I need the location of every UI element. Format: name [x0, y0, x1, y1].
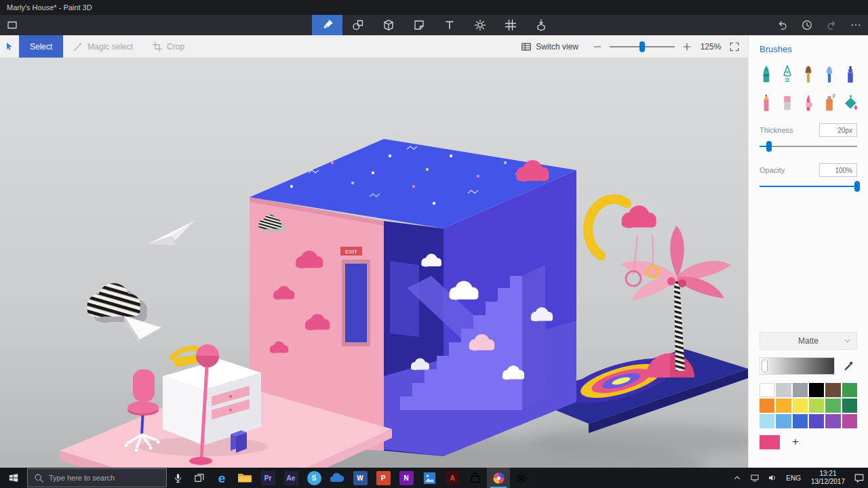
palette-swatch-7[interactable]: [776, 399, 791, 413]
current-color-swatch[interactable]: [760, 435, 780, 449]
thickness-input[interactable]: 20px: [819, 123, 857, 137]
language-indicator[interactable]: ENG: [781, 474, 806, 482]
taskbar-app-acrobat[interactable]: A: [441, 468, 464, 488]
taskbar-app-onenote[interactable]: N: [395, 468, 418, 488]
brush-pencil[interactable]: [757, 88, 776, 113]
fullscreen-button[interactable]: [725, 35, 744, 58]
palette-swatch-5[interactable]: [842, 383, 857, 397]
zoom-slider[interactable]: [610, 41, 675, 53]
magic-select-button[interactable]: Magic select: [63, 35, 142, 58]
tray-chevron-button[interactable]: [728, 468, 746, 488]
tool-text[interactable]: [434, 15, 465, 35]
taskbar-app-file-explorer[interactable]: [233, 468, 256, 488]
tool-stickers[interactable]: [403, 15, 434, 35]
thickness-label: Thickness: [760, 126, 793, 134]
taskbar-app-word[interactable]: W: [349, 468, 372, 488]
finish-dropdown[interactable]: Matte: [760, 332, 857, 350]
magic-select-label: Magic select: [87, 42, 133, 52]
crop-icon: [152, 41, 163, 52]
opacity-label: Opacity: [760, 166, 785, 174]
palette-swatch-15[interactable]: [809, 414, 824, 428]
select-cursor-icon: [0, 41, 19, 52]
tool-shapes-3d[interactable]: [373, 15, 403, 35]
select-button[interactable]: Select: [19, 35, 63, 58]
palette-swatch-17[interactable]: [842, 414, 857, 428]
brush-eraser[interactable]: [778, 88, 797, 113]
crop-button[interactable]: Crop: [142, 35, 194, 58]
palette-swatch-13[interactable]: [776, 414, 791, 428]
switch-view-button[interactable]: Switch view: [511, 35, 588, 58]
canvas-column: Select Magic select Crop Switch view: [0, 35, 748, 468]
palette-swatch-8[interactable]: [793, 399, 808, 413]
eyedropper-button[interactable]: [840, 357, 857, 375]
clock[interactable]: 13:21 13/12/2017: [806, 470, 850, 487]
tool-library[interactable]: [526, 15, 556, 35]
brush-fill[interactable]: [841, 88, 860, 113]
canvas[interactable]: EXIT: [0, 58, 748, 468]
undo-button[interactable]: [770, 15, 795, 35]
history-button[interactable]: [795, 15, 819, 35]
titlebar: Marly's House* - Paint 3D: [0, 0, 868, 15]
cortana-mic-button[interactable]: [167, 468, 189, 488]
taskbar-app-onedrive[interactable]: [326, 468, 349, 488]
opacity-slider[interactable]: [760, 180, 857, 192]
opacity-slider-thumb[interactable]: [854, 181, 860, 192]
thickness-slider[interactable]: [760, 140, 857, 152]
taskbar-app-skype[interactable]: S: [302, 468, 326, 488]
taskbar-app-powerpoint[interactable]: P: [372, 468, 395, 488]
network-icon[interactable]: [746, 468, 764, 488]
action-center-button[interactable]: [850, 468, 868, 488]
palette-swatch-1[interactable]: [776, 383, 791, 397]
brush-calligraphy-pen[interactable]: [778, 60, 797, 84]
zoom-out-button[interactable]: [588, 35, 607, 58]
menu-button[interactable]: [0, 15, 24, 35]
brush-spray-can[interactable]: [820, 88, 839, 113]
view-controls: Switch view 125%: [511, 35, 748, 58]
taskbar-app-settings[interactable]: [510, 468, 533, 488]
taskbar-app-edge[interactable]: e: [210, 468, 233, 488]
shade-marker[interactable]: [762, 359, 768, 373]
palette-swatch-3[interactable]: [809, 383, 824, 397]
taskbar-app-after-effects[interactable]: Ae: [279, 468, 302, 488]
palette-swatch-6[interactable]: [760, 399, 774, 413]
brush-marker[interactable]: [757, 60, 776, 84]
palette-swatch-14[interactable]: [793, 414, 808, 428]
task-view-button[interactable]: [189, 468, 210, 488]
tool-brush[interactable]: [312, 15, 342, 35]
color-palette: [760, 383, 857, 428]
palette-swatch-9[interactable]: [809, 399, 824, 413]
opacity-input[interactable]: 100%: [819, 163, 857, 177]
taskbar-app-paint-3d[interactable]: [487, 468, 510, 488]
palette-swatch-12[interactable]: [760, 414, 774, 428]
tool-canvas[interactable]: [495, 15, 526, 35]
start-button[interactable]: [0, 468, 27, 488]
tool-shapes-2d[interactable]: [342, 15, 373, 35]
shade-gradient[interactable]: [760, 357, 835, 375]
zoom-value: 125%: [696, 42, 725, 52]
taskbar-app-premiere[interactable]: Pr: [256, 468, 279, 488]
palette-swatch-2[interactable]: [793, 383, 808, 397]
palette-swatch-16[interactable]: [825, 414, 840, 428]
svg-text:EXIT: EXIT: [345, 249, 357, 255]
zoom-in-button[interactable]: [677, 35, 696, 58]
more-button[interactable]: [844, 15, 868, 35]
brush-crayon[interactable]: [799, 88, 818, 113]
palette-swatch-11[interactable]: [842, 399, 857, 413]
brush-watercolor[interactable]: [820, 60, 839, 84]
palette-swatch-4[interactable]: [825, 383, 840, 397]
tool-effects[interactable]: [465, 15, 495, 35]
workspace: Select Magic select Crop Switch view: [0, 35, 868, 468]
zoom-slider-thumb[interactable]: [639, 41, 645, 52]
brush-pixel-pen[interactable]: [841, 60, 860, 84]
volume-icon[interactable]: [764, 468, 781, 488]
purple-box: [231, 430, 247, 453]
taskbar-app-photos[interactable]: [418, 468, 441, 488]
taskbar-app-store[interactable]: [464, 468, 487, 488]
palette-swatch-10[interactable]: [825, 399, 840, 413]
add-color-button[interactable]: +: [788, 434, 803, 449]
redo-button[interactable]: [819, 15, 844, 35]
brush-oil-brush[interactable]: [799, 60, 818, 84]
thickness-slider-thumb[interactable]: [766, 141, 772, 152]
taskbar-search[interactable]: Type here to search: [27, 468, 167, 487]
palette-swatch-0[interactable]: [760, 383, 774, 397]
